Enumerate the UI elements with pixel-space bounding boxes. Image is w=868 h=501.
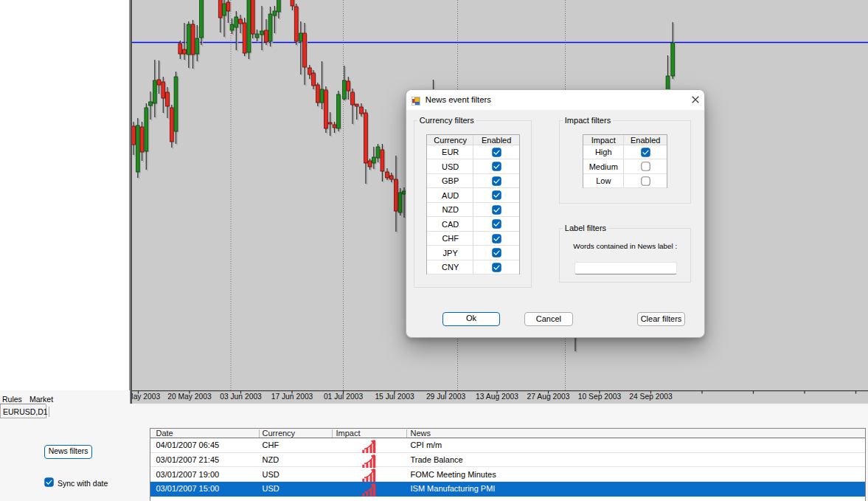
svg-text:29 Jul 2003: 29 Jul 2003 [426,393,466,401]
svg-text:10 Sep 2003: 10 Sep 2003 [578,393,622,401]
svg-text:24 Sep 2003: 24 Sep 2003 [629,393,673,401]
svg-text:03 Jun 2003: 03 Jun 2003 [220,393,262,401]
svg-text:27 Aug 2003: 27 Aug 2003 [527,393,570,401]
svg-text:20 May 2003: 20 May 2003 [167,393,212,401]
svg-text:13 Aug 2003: 13 Aug 2003 [476,393,518,401]
svg-text:06 May 2003: 06 May 2003 [130,393,161,401]
svg-text:15 Jul 2003: 15 Jul 2003 [375,393,414,401]
svg-text:01 Jul 2003: 01 Jul 2003 [324,393,364,401]
svg-text:17 Jun 2003: 17 Jun 2003 [271,393,313,401]
